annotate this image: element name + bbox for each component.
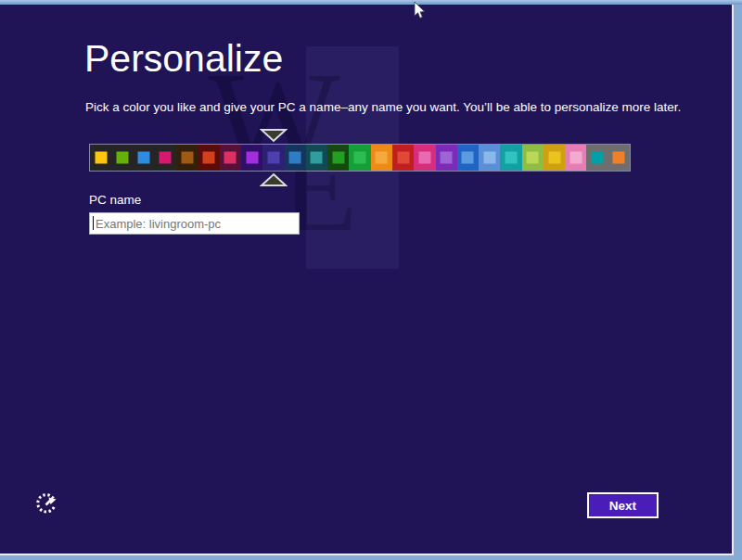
color-option-3[interactable] xyxy=(134,145,155,171)
next-button[interactable]: Next xyxy=(587,492,659,518)
color-swatch xyxy=(483,152,495,164)
page-title: Personalize xyxy=(84,37,283,81)
color-option-21[interactable] xyxy=(522,145,544,171)
color-option-10[interactable] xyxy=(285,145,306,171)
color-option-4[interactable] xyxy=(155,145,176,171)
color-swatch xyxy=(160,152,172,164)
color-option-2[interactable] xyxy=(111,145,133,171)
color-swatch xyxy=(376,152,388,164)
color-swatch xyxy=(592,152,604,164)
color-swatch xyxy=(116,152,128,164)
color-option-8[interactable] xyxy=(241,145,262,171)
color-swatch xyxy=(138,152,150,164)
color-option-5[interactable] xyxy=(176,145,198,171)
color-swatch xyxy=(181,152,193,164)
color-swatch xyxy=(95,152,107,164)
color-option-18[interactable] xyxy=(457,145,479,171)
page-subtitle: Pick a color you like and give your PC a… xyxy=(85,100,681,114)
color-option-9-selected[interactable] xyxy=(262,145,284,171)
slider-marker-top-icon[interactable] xyxy=(260,128,288,143)
personalize-screen: { "page": { "title": "Personalize", "sub… xyxy=(0,0,742,560)
color-swatch xyxy=(569,152,582,164)
color-option-25[interactable] xyxy=(608,145,630,171)
window-frame-bottom xyxy=(0,555,734,560)
color-swatch xyxy=(354,152,366,164)
color-swatch xyxy=(505,152,517,164)
color-option-24[interactable] xyxy=(586,145,608,171)
color-option-17[interactable] xyxy=(436,145,457,171)
color-option-12[interactable] xyxy=(327,145,349,171)
color-swatch xyxy=(462,152,474,164)
color-swatch xyxy=(613,152,625,164)
color-option-13[interactable] xyxy=(349,145,370,171)
pc-name-input[interactable] xyxy=(89,212,300,235)
text-caret xyxy=(93,216,94,230)
color-swatch xyxy=(246,152,258,164)
color-option-19[interactable] xyxy=(479,145,500,171)
color-option-11[interactable] xyxy=(306,145,327,171)
mouse-cursor-icon xyxy=(414,2,427,20)
color-option-20[interactable] xyxy=(500,145,521,171)
color-swatch xyxy=(203,152,215,164)
color-option-16[interactable] xyxy=(414,145,435,171)
color-swatch xyxy=(418,152,430,164)
color-swatch xyxy=(548,152,560,164)
window-frame-right xyxy=(734,5,742,560)
color-swatch xyxy=(224,152,237,164)
color-option-22[interactable] xyxy=(544,145,565,171)
color-option-7[interactable] xyxy=(220,145,241,171)
ease-of-access-icon[interactable] xyxy=(33,492,58,517)
color-option-1[interactable] xyxy=(90,145,111,171)
window-frame-top xyxy=(0,0,742,5)
color-swatch xyxy=(397,152,409,164)
color-slider-wrap xyxy=(89,144,631,172)
color-option-23[interactable] xyxy=(565,145,586,171)
color-option-14[interactable] xyxy=(371,145,392,171)
color-swatch xyxy=(267,152,279,164)
color-swatch xyxy=(311,152,323,164)
color-swatch xyxy=(332,152,344,164)
color-swatch xyxy=(289,152,301,164)
color-swatch xyxy=(527,152,539,164)
color-option-15[interactable] xyxy=(392,145,414,171)
pc-name-label: PC name xyxy=(89,193,141,207)
color-option-6[interactable] xyxy=(198,145,219,171)
color-swatch xyxy=(441,152,453,164)
slider-marker-bottom-icon[interactable] xyxy=(260,172,288,187)
color-slider[interactable] xyxy=(89,144,631,172)
